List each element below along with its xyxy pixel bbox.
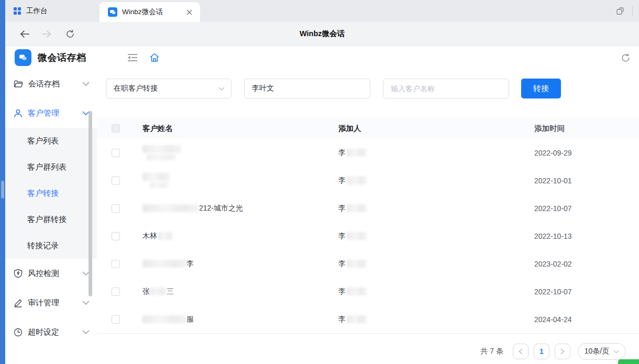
filter-bar: 在职客户转接 转接 <box>106 79 639 98</box>
user-icon <box>14 109 23 118</box>
customer-name: 木林 <box>142 231 157 241</box>
add-date: 2022-10-07 <box>534 288 639 296</box>
adder-name: 李 <box>338 259 346 269</box>
nav-refresh-icon[interactable] <box>62 26 78 42</box>
add-date: 2023-02-02 <box>534 260 639 268</box>
sidebar-item-label: 超时设定 <box>28 327 82 337</box>
sidebar-subitem-transfer-records[interactable]: 转接记录 <box>5 233 97 259</box>
customer-name: 212-城市之光 <box>199 204 243 213</box>
workbench-grid-icon <box>13 7 21 15</box>
tab-workbench[interactable]: 工作台 <box>5 0 58 22</box>
sidebar-subitem-customer-transfer[interactable]: 客户转接 <box>5 180 97 206</box>
chevron-down-icon <box>82 301 90 305</box>
customer-name: 李 <box>186 259 194 269</box>
customer-management-submenu: 客户列表 客户群列表 客户转接 客户群转接 转接记录 <box>5 128 97 259</box>
table-row[interactable]: 李 2022-10-01 <box>97 167 639 194</box>
sidebar-item-timeout-settings[interactable]: 超时设定 <box>5 317 97 347</box>
row-checkbox[interactable] <box>112 204 120 213</box>
chevron-left-icon <box>519 348 523 355</box>
tab-app-label: Winbz微会话 <box>122 7 180 17</box>
open-new-window-icon[interactable] <box>615 6 625 16</box>
chevron-down-icon <box>218 87 225 91</box>
chevron-down-icon <box>613 350 619 354</box>
next-page-button[interactable] <box>555 344 570 359</box>
adder-name: 李 <box>338 231 346 241</box>
add-date: 2024-04-24 <box>534 315 639 324</box>
chat-app-icon <box>108 7 117 17</box>
adder-name: 李 <box>338 315 346 324</box>
forward-icon[interactable] <box>39 26 54 42</box>
pen-icon <box>14 299 23 307</box>
table-row[interactable]: 木林 李 2022-10-13 <box>97 222 639 250</box>
sidebar-item-session-archive[interactable]: 会话存档 <box>5 69 97 98</box>
sidebar-subitem-customer-list[interactable]: 客户列表 <box>5 128 97 154</box>
adder-name: 李 <box>338 176 346 185</box>
folder-icon <box>14 80 23 88</box>
clock-icon <box>14 328 23 337</box>
tab-close-icon[interactable] <box>184 7 194 17</box>
table-row[interactable]: 李 李 2023-02-02 <box>97 250 639 278</box>
app-logo-icon <box>15 49 31 66</box>
main-content: 在职客户转接 转接 客户姓名 添加人 添加时间 李 2022-09-29 李 2… <box>97 69 639 364</box>
sidebar-collapse-icon[interactable] <box>125 50 140 65</box>
shield-icon <box>14 269 23 278</box>
table-row[interactable]: 李 2022-09-29 <box>97 139 639 167</box>
content-refresh-icon[interactable] <box>618 50 633 65</box>
transfer-type-value: 在职客户转接 <box>114 84 218 93</box>
customer-name: 张 <box>142 287 150 296</box>
app-header: 微会话存档 <box>5 46 639 69</box>
page-size-select[interactable]: 10条/页 <box>578 343 626 360</box>
sidebar-subitem-customer-group-list[interactable]: 客户群列表 <box>5 154 97 180</box>
total-count: 共 7 条 <box>480 347 503 356</box>
subitem-label: 转接记录 <box>27 241 59 251</box>
sidebar: 会话存档 客户管理 客户列表 客户群列表 客户转接 客户群转接 转接记录 风控检… <box>5 69 97 364</box>
customer-name: 服 <box>186 315 194 324</box>
subitem-label: 客户群转接 <box>27 215 67 225</box>
row-checkbox[interactable] <box>112 149 120 157</box>
current-page-button[interactable]: 1 <box>534 344 549 359</box>
adder-name: 李 <box>338 204 346 213</box>
chevron-down-icon <box>82 330 90 334</box>
customer-name-input[interactable] <box>383 79 509 98</box>
window-edge-strip <box>0 0 5 364</box>
page-size-value: 10条/页 <box>585 347 609 356</box>
table-row[interactable]: 212-城市之光 李 2022-10-07 <box>97 194 639 222</box>
pagination: 共 7 条 1 10条/页 <box>97 334 639 360</box>
row-checkbox[interactable] <box>112 232 120 240</box>
chevron-down-icon <box>82 82 90 86</box>
row-checkbox[interactable] <box>112 315 120 324</box>
sidebar-item-risk-control[interactable]: 风控检测 <box>5 259 97 288</box>
staff-name-input[interactable] <box>244 79 370 98</box>
add-date: 2022-10-13 <box>534 232 639 240</box>
tab-app-active[interactable]: Winbz微会话 <box>100 2 200 22</box>
transfer-button[interactable]: 转接 <box>521 79 561 98</box>
sidebar-scrollbar[interactable] <box>89 111 92 296</box>
tab-bar: 工作台 Winbz微会话 <box>5 0 639 22</box>
subitem-label: 客户转接 <box>27 189 59 198</box>
home-icon[interactable] <box>147 50 162 65</box>
col-header-adder: 添加人 <box>338 124 534 134</box>
app-title: 微会话存档 <box>38 51 86 64</box>
select-all-checkbox[interactable] <box>112 124 120 133</box>
row-checkbox[interactable] <box>112 177 120 185</box>
sidebar-subitem-customer-group-transfer[interactable]: 客户群转接 <box>5 206 97 233</box>
tab-workbench-label: 工作台 <box>26 6 48 16</box>
adder-name: 李 <box>338 148 346 158</box>
row-checkbox[interactable] <box>112 288 120 296</box>
sidebar-item-customer-management[interactable]: 客户管理 <box>5 98 97 128</box>
sidebar-item-audit-management[interactable]: 审计管理 <box>5 288 97 317</box>
back-icon[interactable] <box>17 26 32 42</box>
customer-name-suffix: 三 <box>167 287 174 296</box>
table-row[interactable]: 张三 李 2022-10-07 <box>97 278 639 305</box>
edge-drag-handle[interactable] <box>1 181 4 198</box>
chevron-right-icon <box>560 348 565 355</box>
col-header-customer-name: 客户姓名 <box>142 124 338 134</box>
transfer-type-select[interactable]: 在职客户转接 <box>106 79 232 98</box>
subitem-label: 客户列表 <box>27 136 59 146</box>
corner-green-badge <box>618 359 639 364</box>
table-row[interactable]: 服 李 2024-04-24 <box>97 305 639 333</box>
nav-title: Winbz微会话 <box>5 29 639 39</box>
row-checkbox[interactable] <box>112 260 120 268</box>
add-date: 2022-10-01 <box>534 177 639 185</box>
prev-page-button[interactable] <box>513 344 528 359</box>
